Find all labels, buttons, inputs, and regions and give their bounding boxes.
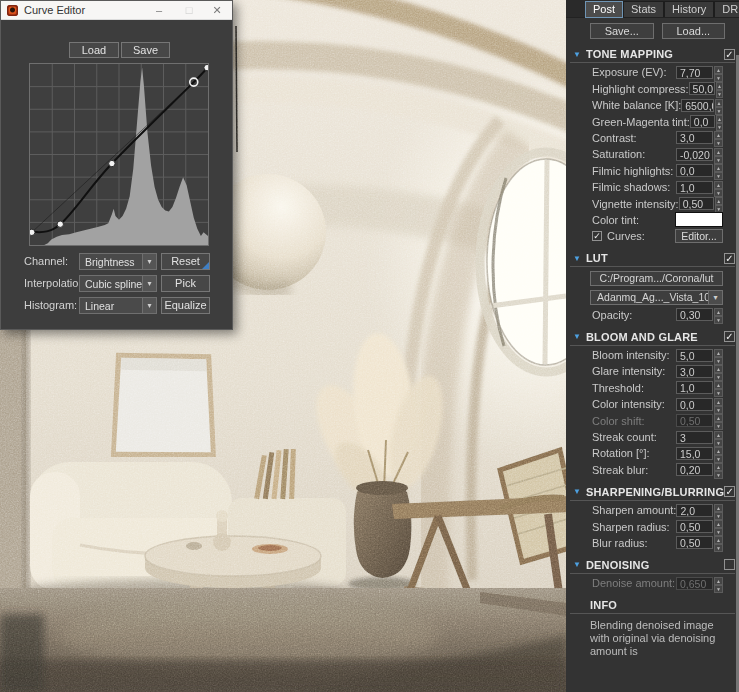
spinner-arrows[interactable]: ▲▼ bbox=[714, 66, 723, 79]
section-header-lut[interactable]: ▼LUT✓ bbox=[570, 252, 735, 267]
section-collapse-icon[interactable]: ▼ bbox=[573, 254, 581, 263]
param-value-field[interactable]: 3 bbox=[676, 431, 713, 444]
curves-editor-button[interactable]: Editor... bbox=[675, 229, 723, 243]
param-value-field[interactable]: 50,0 bbox=[689, 82, 715, 95]
section-collapse-icon[interactable]: ▼ bbox=[573, 332, 581, 341]
spinner-arrows[interactable]: ▲▼ bbox=[714, 131, 723, 144]
spinner-down-icon[interactable]: ▼ bbox=[714, 471, 723, 479]
spinner-down-icon[interactable]: ▼ bbox=[714, 172, 723, 180]
spinner-down-icon[interactable]: ▼ bbox=[714, 189, 723, 197]
curve-point[interactable] bbox=[204, 64, 209, 70]
param-value-field[interactable]: 0,650 bbox=[676, 577, 713, 590]
spinner-up-icon[interactable]: ▲ bbox=[714, 520, 723, 528]
section-header-sharpening-blurring[interactable]: ▼SHARPENING/BLURRING✓ bbox=[570, 486, 735, 501]
param-value-field[interactable]: -0,020 bbox=[676, 148, 713, 161]
param-value-field[interactable]: 2,0 bbox=[676, 504, 713, 517]
spinner-arrows[interactable]: ▲▼ bbox=[714, 463, 723, 476]
spinner-up-icon[interactable]: ▲ bbox=[714, 536, 723, 544]
spinner-down-icon[interactable]: ▼ bbox=[714, 455, 723, 463]
spinner-up-icon[interactable]: ▲ bbox=[716, 82, 723, 90]
color-tint-swatch[interactable] bbox=[675, 212, 723, 227]
param-value-field[interactable]: 0,50 bbox=[676, 536, 713, 549]
param-value-field[interactable]: 5,0 bbox=[676, 349, 713, 362]
curve-point[interactable] bbox=[57, 221, 63, 227]
spinner-arrows[interactable]: ▲▼ bbox=[716, 115, 723, 128]
channel-dropdown[interactable]: Brightness ▾ bbox=[79, 253, 157, 270]
spinner-up-icon[interactable]: ▲ bbox=[714, 164, 723, 172]
param-value-field[interactable]: 6500,0 bbox=[681, 99, 714, 112]
spinner-arrows[interactable]: ▲▼ bbox=[714, 577, 723, 590]
spinner-arrows[interactable]: ▲▼ bbox=[714, 308, 723, 321]
reset-button[interactable]: Reset bbox=[161, 253, 210, 270]
param-value-field[interactable]: 0,30 bbox=[676, 308, 713, 321]
param-value-field[interactable]: 0,0 bbox=[676, 164, 713, 177]
curve-point[interactable] bbox=[109, 160, 115, 166]
param-value-field[interactable]: 15,0 bbox=[676, 447, 713, 460]
spinner-down-icon[interactable]: ▼ bbox=[714, 422, 723, 430]
spinner-up-icon[interactable]: ▲ bbox=[714, 504, 723, 512]
tab-dr[interactable]: DR bbox=[714, 1, 739, 17]
param-value-field[interactable]: 3,0 bbox=[676, 131, 713, 144]
lut-path-button[interactable]: C:/Program.../Corona/lut bbox=[590, 271, 723, 286]
panel-load-button[interactable]: Load... bbox=[662, 23, 726, 39]
spinner-up-icon[interactable]: ▲ bbox=[716, 115, 723, 123]
spinner-down-icon[interactable]: ▼ bbox=[714, 316, 723, 324]
spinner-down-icon[interactable]: ▼ bbox=[714, 439, 723, 447]
spinner-down-icon[interactable]: ▼ bbox=[715, 107, 723, 115]
spinner-down-icon[interactable]: ▼ bbox=[714, 544, 723, 552]
spinner-arrows[interactable]: ▲▼ bbox=[715, 99, 723, 112]
maximize-icon[interactable]: □ bbox=[176, 1, 202, 19]
curve-point[interactable] bbox=[29, 229, 35, 235]
spinner-down-icon[interactable]: ▼ bbox=[714, 74, 723, 82]
param-value-field[interactable]: 1,0 bbox=[676, 181, 713, 194]
section-enable-checkbox[interactable]: ✓ bbox=[724, 331, 735, 342]
param-value-field[interactable]: 0,20 bbox=[676, 463, 713, 476]
param-value-field[interactable]: 1,0 bbox=[676, 381, 713, 394]
close-icon[interactable]: ✕ bbox=[204, 1, 230, 19]
spinner-up-icon[interactable]: ▲ bbox=[714, 66, 723, 74]
histogram-dropdown[interactable]: Linear ▾ bbox=[79, 297, 157, 314]
spinner-down-icon[interactable]: ▼ bbox=[714, 528, 723, 536]
equalize-button[interactable]: Equalize bbox=[161, 297, 210, 314]
spinner-arrows[interactable]: ▲▼ bbox=[714, 164, 723, 177]
minimize-icon[interactable]: – bbox=[146, 1, 172, 19]
spinner-up-icon[interactable]: ▲ bbox=[714, 431, 723, 439]
spinner-down-icon[interactable]: ▼ bbox=[714, 389, 723, 397]
section-header-tone-mapping[interactable]: ▼TONE MAPPING✓ bbox=[570, 48, 735, 63]
tab-history[interactable]: History bbox=[664, 1, 714, 17]
spinner-up-icon[interactable]: ▲ bbox=[714, 131, 723, 139]
section-header-info[interactable]: INFO bbox=[570, 599, 735, 614]
section-header-bloom-and-glare[interactable]: ▼BLOOM AND GLARE✓ bbox=[570, 331, 735, 346]
spinner-down-icon[interactable]: ▼ bbox=[714, 585, 723, 593]
spinner-arrows[interactable]: ▲▼ bbox=[716, 82, 723, 95]
tab-post[interactable]: Post bbox=[585, 1, 623, 18]
section-collapse-icon[interactable]: ▼ bbox=[573, 487, 581, 496]
param-value-field[interactable]: 0,0 bbox=[690, 115, 715, 128]
spinner-up-icon[interactable]: ▲ bbox=[714, 398, 723, 406]
spinner-up-icon[interactable]: ▲ bbox=[714, 463, 723, 471]
section-enable-checkbox[interactable]: ✓ bbox=[724, 49, 735, 60]
spinner-arrows[interactable]: ▲▼ bbox=[714, 414, 723, 427]
spinner-arrows[interactable]: ▲▼ bbox=[714, 181, 723, 194]
curve-histogram-plot[interactable] bbox=[29, 63, 209, 246]
lut-select-dropdown[interactable]: Adanmq_Ag..._Vista_100▾ bbox=[590, 290, 723, 305]
curve-editor-titlebar[interactable]: Curve Editor – □ ✕ bbox=[1, 1, 232, 20]
param-value-field[interactable]: 7,70 bbox=[676, 66, 713, 79]
spinner-up-icon[interactable]: ▲ bbox=[714, 577, 723, 585]
spinner-arrows[interactable]: ▲▼ bbox=[715, 197, 723, 210]
param-value-field[interactable]: 3,0 bbox=[676, 365, 713, 378]
pick-button[interactable]: Pick bbox=[161, 275, 210, 292]
spinner-arrows[interactable]: ▲▼ bbox=[714, 398, 723, 411]
panel-save-button[interactable]: Save... bbox=[590, 23, 654, 39]
interpolation-dropdown[interactable]: Cubic splines ▾ bbox=[79, 275, 157, 292]
spinner-down-icon[interactable]: ▼ bbox=[714, 512, 723, 520]
spinner-down-icon[interactable]: ▼ bbox=[716, 90, 723, 98]
spinner-arrows[interactable]: ▲▼ bbox=[714, 520, 723, 533]
spinner-up-icon[interactable]: ▲ bbox=[714, 365, 723, 373]
section-collapse-icon[interactable]: ▼ bbox=[573, 50, 581, 59]
spinner-up-icon[interactable]: ▲ bbox=[714, 447, 723, 455]
spinner-up-icon[interactable]: ▲ bbox=[714, 148, 723, 156]
param-value-field[interactable]: 0,50 bbox=[676, 520, 713, 533]
spinner-down-icon[interactable]: ▼ bbox=[714, 373, 723, 381]
section-enable-checkbox[interactable]: ✓ bbox=[724, 486, 735, 497]
